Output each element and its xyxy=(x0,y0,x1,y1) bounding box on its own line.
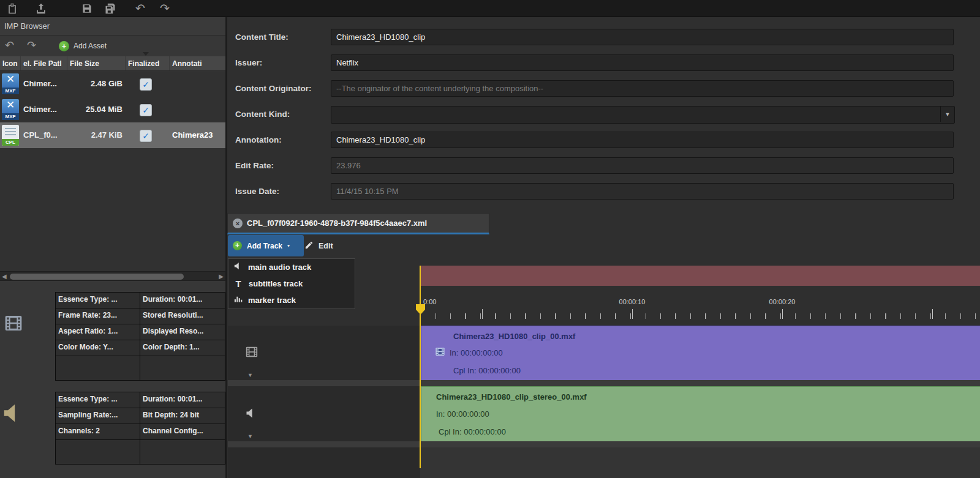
add-track-menu: main audio track T subtitles track marke… xyxy=(228,258,355,309)
add-track-button[interactable]: + Add Track ▾ xyxy=(228,235,304,256)
redo-icon[interactable]: ↷ xyxy=(160,1,170,16)
horizontal-scrollbar[interactable]: ◀ ▶ xyxy=(0,271,225,281)
detail-cell xyxy=(56,356,140,380)
chevron-down-icon[interactable]: ▼ xyxy=(247,372,253,378)
menu-item-marker-track[interactable]: marker track xyxy=(228,292,355,308)
plus-icon: + xyxy=(59,41,69,51)
detail-cell: Duration: 00:01... xyxy=(140,293,224,308)
timeline-ruler-ticks[interactable] xyxy=(420,313,980,319)
major-tick xyxy=(482,309,483,319)
asset-toolbar: ↶ ↷ + Add Asset xyxy=(0,35,225,56)
finalized-checkbox[interactable] xyxy=(140,104,152,116)
video-track-header[interactable]: Video ▼ xyxy=(228,326,420,381)
content-kind-select[interactable]: ▼ xyxy=(331,106,955,124)
detail-cell: Bit Depth: 24 bit xyxy=(140,408,224,424)
scroll-right-icon[interactable]: ▶ xyxy=(219,273,224,280)
annotation-label: Annotation: xyxy=(235,132,328,148)
tab-title: CPL_f07f092f-1960-4878-b37f-984f5c4aaec7… xyxy=(247,218,427,228)
column-header-finalized[interactable]: Finalized xyxy=(126,56,170,70)
video-clip-in: In: 00:00:00:00 xyxy=(450,348,503,357)
audio-clip-in: In: 00:00:00:00 xyxy=(436,409,489,419)
table-row-selected[interactable]: CPL CPL_f0... 2.47 KiB Chimera23 xyxy=(0,122,225,149)
column-header-annotation[interactable]: Annotati xyxy=(170,56,225,70)
detail-cell: Essence Type: ... xyxy=(56,392,140,408)
issuer-input[interactable] xyxy=(331,54,954,71)
edit-rate-label: Edit Rate: xyxy=(235,157,328,174)
film-icon xyxy=(435,346,445,359)
marker-track-lane[interactable] xyxy=(420,266,980,286)
close-icon[interactable]: × xyxy=(233,218,243,228)
table-row[interactable]: ✕ MXF Chimer... 2.48 GiB xyxy=(0,71,225,97)
save-icon[interactable] xyxy=(81,2,93,15)
add-asset-button[interactable]: + Add Asset xyxy=(59,38,107,54)
issue-date-input[interactable] xyxy=(331,183,954,200)
save-all-icon[interactable] xyxy=(104,2,116,15)
mxf-icon-label: MXF xyxy=(2,113,19,120)
content-kind-label: Content Kind: xyxy=(235,106,328,122)
table-row[interactable]: ✕ MXF Chimer... 25.04 MiB xyxy=(0,97,225,123)
column-header-icon[interactable]: Icon xyxy=(0,56,21,70)
asset-table-header: Icon el. File Patl File Size Finalized A… xyxy=(0,56,225,71)
chevron-down-icon[interactable]: ▼ xyxy=(247,433,253,439)
annotation-cell: Chimera23 xyxy=(172,122,213,148)
asset-table-empty-area xyxy=(0,148,225,271)
pencil-icon xyxy=(304,241,314,252)
file-path-cell: Chimer... xyxy=(23,97,57,122)
video-clip[interactable]: Chimera23_HD1080_clip_00.mxf In: 00:00:0… xyxy=(421,326,980,381)
finalized-checkbox[interactable] xyxy=(140,78,152,91)
video-essence-icon xyxy=(4,313,23,335)
edit-label: Edit xyxy=(318,242,333,250)
annotation-input[interactable] xyxy=(331,132,954,148)
edit-button[interactable]: Edit xyxy=(304,235,347,256)
chevron-down-icon: ▼ xyxy=(940,106,954,122)
detail-cell: Color Mode: Y... xyxy=(56,340,140,356)
scrollbar-thumb[interactable] xyxy=(10,274,184,280)
tab-cpl-file[interactable]: × CPL_f07f092f-1960-4878-b37f-984f5c4aae… xyxy=(227,213,489,234)
chevron-down-icon: ▾ xyxy=(287,243,290,248)
video-clip-title: Chimera23_HD1080_clip_00.mxf xyxy=(453,332,575,341)
mxf-icon-label: MXF xyxy=(2,88,19,94)
clipboard-icon[interactable] xyxy=(6,2,18,15)
detail-cell: Channels: 2 xyxy=(56,424,140,439)
content-title-input[interactable] xyxy=(331,29,954,45)
column-header-file-size[interactable]: File Size xyxy=(67,56,126,70)
menu-item-subtitles-track[interactable]: T subtitles track xyxy=(228,275,355,292)
detail-cell xyxy=(56,440,140,464)
plus-icon: + xyxy=(233,241,242,250)
audio-track-header[interactable]: Audio ▼ xyxy=(228,386,420,442)
audio-clip-cpl-in: Cpl In: 00:00:00:00 xyxy=(439,427,506,436)
redo-asset-icon[interactable]: ↷ xyxy=(27,38,36,53)
panel-title-text: IMP Browser xyxy=(4,21,50,31)
text-T-icon: T xyxy=(233,279,243,289)
detail-cell: Aspect Ratio: 1... xyxy=(56,324,140,340)
issue-date-label: Issue Date: xyxy=(235,183,328,200)
detail-cell xyxy=(140,356,224,380)
edit-rate-input[interactable] xyxy=(331,157,954,174)
scroll-left-icon[interactable]: ◀ xyxy=(2,273,7,280)
major-tick xyxy=(782,309,783,319)
import-icon[interactable] xyxy=(35,2,47,15)
sort-indicator-icon xyxy=(143,52,149,56)
empty-track-lane xyxy=(420,447,980,478)
add-track-label: Add Track xyxy=(247,242,282,250)
content-title-label: Content Title: xyxy=(235,29,328,45)
file-path-cell: CPL_f0... xyxy=(23,122,58,148)
file-size-cell: 25.04 MiB xyxy=(64,97,123,122)
ruler-label: 00:00:10 xyxy=(608,298,657,305)
audio-details-table: Essence Type: ...Duration: 00:01... Samp… xyxy=(55,392,225,465)
app-window: ↶ ↷ IMP Browser ↶ ↷ + Add Asset Icon el.… xyxy=(0,0,980,478)
detail-cell xyxy=(140,440,224,464)
undo-asset-icon[interactable]: ↶ xyxy=(5,38,14,53)
content-originator-input[interactable] xyxy=(331,80,954,97)
playhead-line[interactable] xyxy=(420,266,421,468)
marker-bars-icon xyxy=(233,294,243,306)
audio-clip[interactable]: Chimera23_HD1080_clip_stereo_00.mxf In: … xyxy=(421,386,980,443)
finalized-checkbox[interactable] xyxy=(140,130,152,142)
speaker-icon xyxy=(233,261,243,273)
speaker-icon xyxy=(245,407,257,422)
column-header-file-path[interactable]: el. File Patl xyxy=(21,56,67,70)
undo-icon[interactable]: ↶ xyxy=(135,1,145,16)
menu-item-main-audio-track[interactable]: main audio track xyxy=(228,259,355,275)
film-icon xyxy=(245,345,258,361)
top-toolbar: ↶ ↷ xyxy=(0,0,980,17)
